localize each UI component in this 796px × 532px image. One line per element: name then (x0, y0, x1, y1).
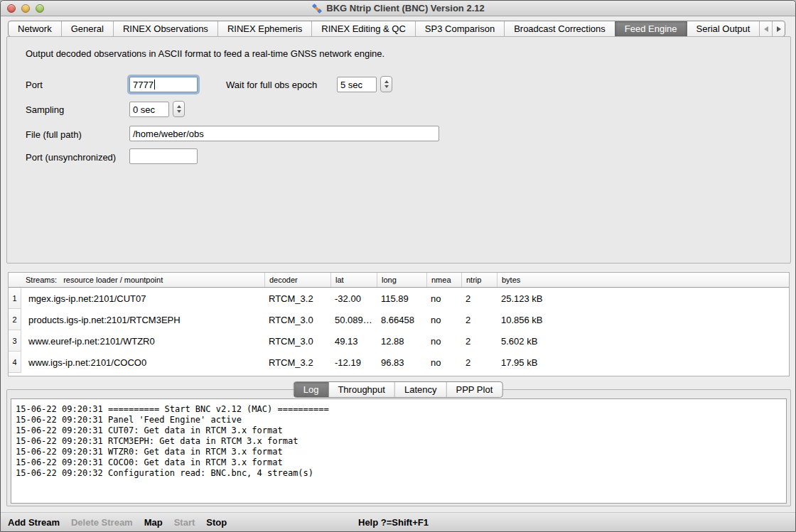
scroll-left-icon (764, 26, 768, 32)
spin-down-icon (177, 110, 181, 113)
row-number: 1 (9, 288, 21, 309)
cell-bytes: 25.123 kB (497, 293, 789, 304)
row-number: 3 (9, 330, 21, 352)
tab-scroll-right-button[interactable] (772, 21, 785, 36)
cell-long: 115.89 (377, 293, 426, 304)
table-row[interactable]: 2 products.igs-ip.net:2101/RTCM3EPH RTCM… (9, 309, 789, 330)
delete-stream-button: Delete Stream (71, 517, 133, 528)
cell-ntrip: 2 (461, 293, 497, 304)
header-bytes[interactable]: bytes (497, 273, 789, 287)
cell-decoder: RTCM_3.0 (264, 315, 330, 325)
log-line: 15-06-22 09:20:31 RTCM3EPH: Get data in … (16, 436, 782, 447)
log-tab-bar: Log Throughput Latency PPP Plot (294, 381, 503, 398)
tab-ppp-plot[interactable]: PPP Plot (446, 382, 502, 397)
table-row[interactable]: 3 www.euref-ip.net:2101/WTZR0 RTCM_3.0 4… (9, 330, 789, 352)
header-lat[interactable]: lat (330, 273, 377, 287)
header-nmea[interactable]: nmea (426, 273, 461, 287)
cell-lat: -12.19 (330, 357, 377, 368)
bnc-satellite-icon (311, 3, 323, 14)
header-streams[interactable]: Streams: resource loader / mountpoint (21, 273, 264, 287)
cell-bytes: 17.95 kB (497, 357, 789, 368)
tab-throughput[interactable]: Throughput (328, 382, 394, 397)
cell-decoder: RTCM_3.2 (264, 357, 330, 368)
main-tab-bar: Network General RINEX Observations RINEX… (8, 21, 785, 37)
streams-table-header: Streams: resource loader / mountpoint de… (9, 273, 789, 288)
tab-broadcast-corrections[interactable]: Broadcast Corrections (504, 21, 615, 36)
help-shortcut-label: Help ?=Shift+F1 (358, 517, 429, 528)
text-caret (154, 80, 155, 89)
tab-serial-output[interactable]: Serial Output (687, 21, 760, 36)
feed-engine-pane (6, 36, 791, 264)
sampling-value: 0 sec (133, 104, 155, 115)
cell-nmea: no (426, 315, 461, 325)
tab-rinex-editing-qc[interactable]: RINEX Editing & QC (311, 21, 415, 36)
row-number: 2 (9, 309, 21, 330)
log-line: 15-06-22 09:20:32 Configuration read: BN… (16, 468, 782, 479)
log-line: 15-06-22 09:20:31 WTZR0: Get data in RTC… (16, 447, 782, 457)
cell-resource: mgex.igs-ip.net:2101/CUT07 (21, 293, 264, 304)
header-decoder[interactable]: decoder (264, 273, 330, 287)
close-button[interactable] (7, 4, 16, 13)
tab-sp3-comparison[interactable]: SP3 Comparison (415, 21, 504, 36)
tab-latency[interactable]: Latency (394, 382, 446, 397)
tab-network[interactable]: Network (9, 21, 61, 36)
title-bar[interactable]: BKG Ntrip Client (BNC) Version 2.12 (1, 1, 795, 16)
wait-epoch-label: Wait for full obs epoch (226, 80, 317, 90)
file-path-value: /home/weber/obs (133, 129, 204, 139)
window-title-text: BKG Ntrip Client (BNC) Version 2.12 (326, 3, 484, 13)
zoom-button[interactable] (36, 4, 44, 13)
cell-lat: -32.00 (330, 293, 377, 304)
cell-long: 96.83 (377, 357, 426, 368)
window-title: BKG Ntrip Client (BNC) Version 2.12 (311, 3, 484, 14)
cell-lat: 50.089… (330, 315, 377, 325)
port-value: 7777 (133, 80, 154, 90)
table-row[interactable]: 4 www.igs-ip.net:2101/COCO0 RTCM_3.2 -12… (9, 352, 789, 373)
table-row[interactable]: 1 mgex.igs-ip.net:2101/CUT07 RTCM_3.2 -3… (9, 288, 789, 309)
status-bar: Add Stream Delete Stream Map Start Stop … (1, 512, 795, 531)
cell-ntrip: 2 (461, 357, 497, 368)
header-ntrip[interactable]: ntrip (461, 273, 497, 287)
sampling-input[interactable]: 0 sec (129, 102, 169, 117)
file-path-input[interactable]: /home/weber/obs (129, 126, 439, 141)
spin-up-icon (177, 105, 181, 108)
add-stream-button[interactable]: Add Stream (8, 517, 60, 528)
minimize-button[interactable] (21, 4, 30, 13)
log-line: 15-06-22 09:20:31 Panel 'Feed Engine' ac… (16, 415, 782, 425)
spin-up-icon (384, 80, 389, 83)
cell-nmea: no (426, 357, 461, 368)
header-long[interactable]: long (377, 273, 426, 287)
port-unsync-input[interactable] (129, 148, 198, 164)
scroll-right-icon (777, 26, 781, 32)
tab-general[interactable]: General (61, 21, 113, 36)
cell-resource: products.igs-ip.net:2101/RTCM3EPH (21, 315, 264, 325)
cell-ntrip: 2 (461, 336, 497, 347)
stop-button[interactable]: Stop (206, 517, 227, 528)
port-unsync-label: Port (unsynchronized) (26, 152, 116, 163)
cell-bytes: 5.602 kB (497, 336, 789, 347)
tab-rinex-observations[interactable]: RINEX Observations (113, 21, 217, 36)
cell-resource: www.igs-ip.net:2101/COCO0 (21, 357, 264, 368)
port-input[interactable]: 7777 (129, 77, 198, 92)
tab-feed-engine[interactable]: Feed Engine (615, 21, 687, 36)
tab-log[interactable]: Log (294, 382, 328, 397)
sampling-label: Sampling (26, 104, 64, 115)
sampling-stepper[interactable] (173, 101, 185, 117)
row-number: 4 (9, 352, 21, 373)
tab-scroll-left-button[interactable] (759, 21, 772, 36)
cell-long: 8.66458 (377, 315, 426, 325)
log-output[interactable]: 15-06-22 09:20:31 ========== Start BNC v… (11, 398, 787, 504)
tab-rinex-ephemeris[interactable]: RINEX Ephemeris (217, 21, 311, 36)
pane-instruction: Output decoded observations in ASCII for… (26, 48, 384, 59)
start-button: Start (174, 517, 195, 528)
spin-down-icon (384, 85, 389, 88)
wait-epoch-stepper[interactable] (380, 76, 392, 92)
cell-decoder: RTCM_3.2 (264, 293, 330, 304)
bnc-window: BKG Ntrip Client (BNC) Version 2.12 Netw… (0, 0, 796, 532)
log-line: 15-06-22 09:20:31 COCO0: Get data in RTC… (16, 457, 782, 468)
cell-nmea: no (426, 293, 461, 304)
streams-table: Streams: resource loader / mountpoint de… (8, 272, 790, 376)
log-line: 15-06-22 09:20:31 CUT07: Get data in RTC… (16, 425, 782, 436)
cell-bytes: 10.856 kB (497, 315, 789, 325)
wait-epoch-input[interactable]: 5 sec (337, 77, 377, 92)
map-button[interactable]: Map (144, 517, 163, 528)
